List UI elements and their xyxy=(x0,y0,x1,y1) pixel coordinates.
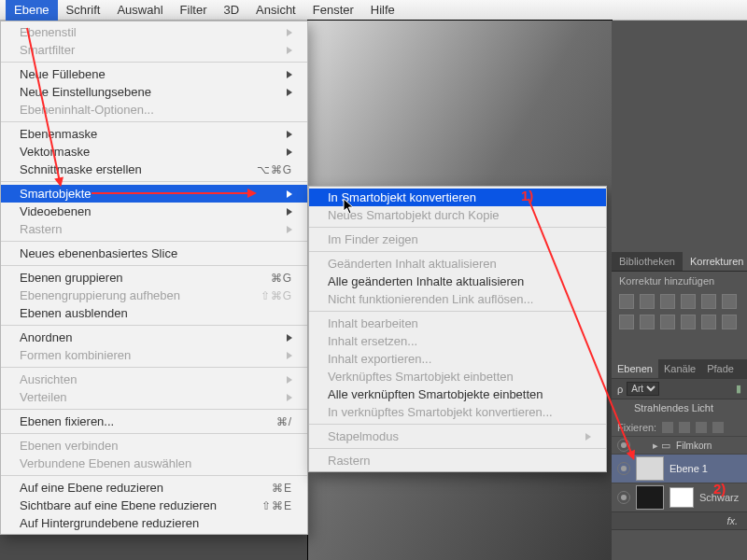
menu-item: Geänderten Inhalt aktualisieren xyxy=(309,255,606,273)
lock-bar[interactable]: Fixieren: xyxy=(612,419,747,436)
adj-icon[interactable] xyxy=(619,294,634,309)
visibility-icon[interactable] xyxy=(617,462,630,475)
menu-item-label: Auf Hintergrundebene reduzieren xyxy=(20,516,292,530)
submenu-arrow-icon xyxy=(287,334,292,342)
separator xyxy=(309,311,606,312)
separator xyxy=(1,241,307,242)
layer-row-2[interactable]: Schwarz xyxy=(612,483,747,511)
submenu-arrow-icon xyxy=(287,352,292,359)
menu-ansicht[interactable]: Ansicht xyxy=(247,0,304,21)
menu-item-label: Auf eine Ebene reduzieren xyxy=(20,481,272,495)
adj-icon[interactable] xyxy=(640,315,655,329)
adj-icon[interactable] xyxy=(722,294,737,309)
menu-item[interactable]: Videoebenen xyxy=(1,203,307,220)
adj-icon[interactable] xyxy=(701,315,716,329)
panel-tabs-layers[interactable]: Ebenen Kanäle Pfade xyxy=(612,359,747,378)
menu-item: Verteilen xyxy=(1,388,307,406)
menu-item[interactable]: Sichtbare auf eine Ebene reduzieren⇧⌘E xyxy=(1,497,307,514)
layer-kind-select[interactable]: Art xyxy=(627,382,659,396)
menu-item[interactable]: Neue Füllebene xyxy=(1,65,307,83)
menu-item-label: Formen kombinieren xyxy=(20,348,281,362)
layer-footer[interactable]: fx. xyxy=(612,511,747,530)
shortcut: ⌥⌘G xyxy=(257,163,292,176)
menu-item-label: Inhalt ersetzen... xyxy=(328,334,591,348)
menu-filter[interactable]: Filter xyxy=(172,0,216,21)
menu-item[interactable]: Alle verknüpften Smartobjekte einbetten xyxy=(309,385,606,403)
menu-item[interactable]: Auf Hintergrundebene reduzieren xyxy=(1,514,307,532)
adj-icon[interactable] xyxy=(681,294,696,309)
menu-item-label: Alle verknüpften Smartobjekte einbetten xyxy=(328,387,591,401)
menu-item-label: Verteilen xyxy=(20,390,281,404)
adjustment-icons[interactable] xyxy=(612,290,747,339)
menu-item: Nicht funktionierenden Link auflösen... xyxy=(309,290,606,308)
menu-item-label: Vektormaske xyxy=(20,145,281,159)
menu-item: Ausrichten xyxy=(1,371,307,388)
adj-icon[interactable] xyxy=(660,315,675,329)
menu-item-label: In verknüpftes Smartobjekt konvertieren.… xyxy=(328,405,591,419)
menu-item-label: Rastern xyxy=(20,222,281,236)
menu-auswahl[interactable]: Auswahl xyxy=(108,0,171,21)
submenu-arrow-icon xyxy=(287,190,292,198)
adj-icon[interactable] xyxy=(660,294,675,309)
menu-item-label: Ebenen gruppieren xyxy=(20,271,271,285)
adj-icon[interactable] xyxy=(619,315,634,329)
layer-filter-bar[interactable]: ρ Art ▮ xyxy=(612,378,747,399)
tab-bibliotheken[interactable]: Bibliotheken xyxy=(612,252,683,271)
shortcut: ⌘E xyxy=(272,482,292,495)
menu-hilfe[interactable]: Hilfe xyxy=(362,0,403,21)
lock-icon[interactable] xyxy=(679,422,690,433)
menu-item-label: Nicht funktionierenden Link auflösen... xyxy=(328,292,591,306)
menu-item-label: Ausrichten xyxy=(20,372,281,386)
menu-item: Ebenen verbinden xyxy=(1,437,307,455)
annotation-arrow-2 xyxy=(92,192,255,194)
menu-item[interactable]: Anordnen xyxy=(1,329,307,346)
menu-fenster[interactable]: Fenster xyxy=(304,0,362,21)
menu-ebene[interactable]: Ebene xyxy=(6,0,58,21)
menu-item: In verknüpftes Smartobjekt konvertieren.… xyxy=(309,403,606,421)
menu-3d[interactable]: 3D xyxy=(215,0,247,21)
menu-item-label: Neue Einstellungsebene xyxy=(20,85,281,99)
tab-pfade[interactable]: Pfade xyxy=(701,359,740,378)
menu-item: Verknüpftes Smartobjekt einbetten xyxy=(309,368,606,385)
shortcut: ⌘G xyxy=(271,272,292,285)
menu-item[interactable]: Neue Einstellungsebene xyxy=(1,83,307,101)
menu-schrift[interactable]: Schrift xyxy=(58,0,109,21)
menu-ebene-dropdown[interactable]: EbenenstilSmartfilterNeue FüllebeneNeue … xyxy=(0,21,308,535)
menu-item[interactable]: Schnittmaske erstellen⌥⌘G xyxy=(1,161,307,178)
menu-item: Ebenenstil xyxy=(1,23,307,41)
adj-icon[interactable] xyxy=(722,315,737,329)
menu-item[interactable]: Vektormaske xyxy=(1,143,307,161)
adj-icon[interactable] xyxy=(701,294,716,309)
tab-ebenen[interactable]: Ebenen xyxy=(612,359,658,378)
menu-item-label: Inhalt bearbeiten xyxy=(328,316,591,330)
menu-smartobjekte-submenu[interactable]: In Smartobjekt konvertierenNeues Smartob… xyxy=(308,186,607,472)
annotation-label-1: 1) xyxy=(521,188,533,203)
korrektur-title: Korrektur hinzufügen xyxy=(612,272,747,290)
fx-icon[interactable]: fx. xyxy=(726,515,738,526)
lock-icon[interactable] xyxy=(696,422,707,433)
menu-item-label: Sichtbare auf eine Ebene reduzieren xyxy=(20,498,261,512)
tab-korrekturen[interactable]: Korrekturen xyxy=(683,252,747,271)
lock-icon[interactable] xyxy=(712,422,724,433)
menu-item-label: Verbundene Ebenen auswählen xyxy=(20,456,292,470)
menu-item[interactable]: Ebenen ausblenden xyxy=(1,304,307,322)
layer-mask-thumb[interactable] xyxy=(669,487,694,508)
separator xyxy=(309,227,606,228)
menu-item[interactable]: Ebenen gruppieren⌘G xyxy=(1,269,307,287)
adj-icon[interactable] xyxy=(640,294,655,309)
layer-thumb[interactable] xyxy=(636,485,664,510)
layer-thumb[interactable] xyxy=(636,456,664,481)
menu-item-label: Alle geänderten Inhalte aktualisieren xyxy=(328,274,591,288)
visibility-icon[interactable] xyxy=(617,491,630,504)
separator xyxy=(1,325,307,326)
menu-item[interactable]: Ebenen fixieren...⌘/ xyxy=(1,413,307,430)
menu-item[interactable]: Neues ebenenbasiertes Slice xyxy=(1,245,307,262)
menu-item[interactable]: Auf eine Ebene reduzieren⌘E xyxy=(1,479,307,497)
separator xyxy=(1,62,307,63)
separator xyxy=(1,475,307,476)
lock-icon[interactable] xyxy=(662,422,673,433)
adj-icon[interactable] xyxy=(681,315,696,329)
panel-tabs-top[interactable]: Bibliotheken Korrekturen xyxy=(612,252,747,272)
tab-kanaele[interactable]: Kanäle xyxy=(658,359,701,378)
shortcut: ⇧⌘E xyxy=(261,499,292,512)
